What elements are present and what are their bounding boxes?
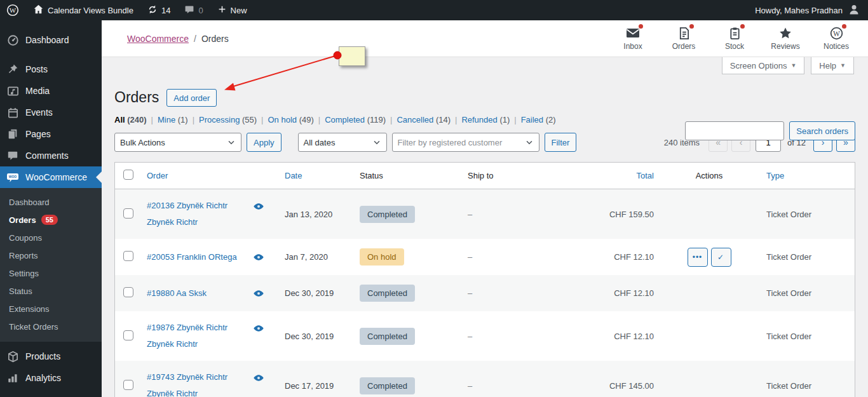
sidebar-subitem-status[interactable]: Status xyxy=(0,282,102,300)
active-menu-notch xyxy=(96,172,102,183)
activity-tab-label: Notices xyxy=(824,42,849,51)
chevron-down-icon: ▼ xyxy=(840,62,846,69)
table-row: #20136 Zbyněk RichtrZbyněk RichtrJan 13,… xyxy=(115,189,855,239)
view-filter-on-hold[interactable]: On hold (49) xyxy=(268,115,314,124)
account-menu[interactable]: Howdy, Mahes Pradhan xyxy=(755,3,868,18)
plus-icon xyxy=(217,4,227,16)
order-date: Dec 17, 2019 xyxy=(280,381,360,391)
svg-text:W: W xyxy=(10,6,17,14)
sidebar-subitem-label: Extensions xyxy=(9,304,50,314)
sidebar-subitem-label: Status xyxy=(9,286,32,296)
order-type: Ticket Order xyxy=(757,252,855,262)
sidebar-subitem-settings[interactable]: Settings xyxy=(0,264,102,282)
sidebar-item-media[interactable]: Media xyxy=(0,80,102,102)
order-cell: #19880 Aa Sksk xyxy=(142,275,280,311)
customer-filter-select[interactable]: Filter by registered customer xyxy=(392,133,539,152)
sidebar-subitem-extensions[interactable]: Extensions xyxy=(0,300,102,318)
bulk-actions-select[interactable]: Bulk Actions xyxy=(114,133,241,152)
activity-tab-notices[interactable]: WNotices xyxy=(811,26,862,51)
view-filter-refunded[interactable]: Refunded (1) xyxy=(461,115,510,124)
dashboard-icon xyxy=(6,34,19,46)
filter-button[interactable]: Filter xyxy=(545,133,577,152)
sidebar-item-label: Analytics xyxy=(25,373,61,383)
row-checkbox[interactable] xyxy=(123,251,133,261)
updates-menu[interactable]: 14 xyxy=(141,0,177,20)
search-orders-input[interactable] xyxy=(685,121,784,140)
row-checkbox[interactable] xyxy=(123,208,133,219)
order-cell: #19743 Zbyněk RichtrZbyněk Richtr xyxy=(142,361,280,397)
more-actions-button[interactable]: ••• xyxy=(688,248,708,267)
order-customer-link[interactable]: Zbyněk Richtr xyxy=(147,214,275,231)
row-checkbox[interactable] xyxy=(123,380,133,390)
sidebar-item-dashboard[interactable]: Dashboard xyxy=(0,29,102,51)
add-order-button[interactable]: Add order xyxy=(166,89,217,107)
preview-eye-icon[interactable] xyxy=(254,290,264,297)
status-badge: On hold xyxy=(360,248,404,266)
order-date: Jan 13, 2020 xyxy=(280,210,360,219)
sidebar-item-comments[interactable]: Comments xyxy=(0,145,102,166)
order-customer-link[interactable]: Zbyněk Richtr xyxy=(147,336,275,353)
orders-table: Order Date Status Ship to Total Actions … xyxy=(114,162,855,397)
ship-to-value: – xyxy=(461,252,592,262)
analytics-icon xyxy=(6,372,19,384)
column-header-total[interactable]: Total xyxy=(637,171,661,180)
view-filter-completed[interactable]: Completed (119) xyxy=(325,115,386,124)
activity-tab-reviews[interactable]: Reviews xyxy=(760,26,811,51)
view-filter-processing[interactable]: Processing (55) xyxy=(199,115,257,124)
sidebar-item-posts[interactable]: Posts xyxy=(0,58,102,80)
sidebar-item-analytics[interactable]: Analytics xyxy=(0,367,102,389)
sidebar-subitem-label: Ticket Orders xyxy=(9,322,58,332)
sidebar-subitem-ticket-orders[interactable]: Ticket Orders xyxy=(0,318,102,335)
inbox-icon xyxy=(625,26,641,40)
preview-eye-icon[interactable] xyxy=(254,374,264,382)
sidebar-item-woocommerce[interactable]: WOO WooCommerce xyxy=(0,166,102,188)
search-orders-button[interactable]: Search orders xyxy=(789,121,855,140)
view-filter-cancelled[interactable]: Cancelled (14) xyxy=(397,115,451,124)
sidebar-item-events[interactable]: Events xyxy=(0,102,102,123)
order-status-cell: Completed xyxy=(360,285,461,302)
sidebar-item-label: Media xyxy=(25,86,50,96)
sidebar-subitem-coupons[interactable]: Coupons xyxy=(0,229,102,246)
row-checkbox[interactable] xyxy=(123,330,133,340)
site-name-menu[interactable]: Calendar Views Bundle xyxy=(27,0,140,20)
sidebar-item-pages[interactable]: Pages xyxy=(0,123,102,145)
view-filter-mine[interactable]: Mine (1) xyxy=(158,115,188,124)
sidebar-subitem-orders[interactable]: Orders55 xyxy=(0,211,102,229)
order-type: Ticket Order xyxy=(757,210,855,219)
activity-tab-stock[interactable]: Stock xyxy=(709,26,760,51)
help-tab[interactable]: Help ▼ xyxy=(811,57,854,74)
sidebar-item-label: Comments xyxy=(25,151,69,161)
apply-button[interactable]: Apply xyxy=(247,133,281,152)
new-menu[interactable]: New xyxy=(211,0,254,20)
column-header-date[interactable]: Date xyxy=(280,171,360,180)
breadcrumb-woocommerce-link[interactable]: WooCommerce xyxy=(127,34,189,44)
order-cell: #19876 Zbyněk RichtrZbyněk Richtr xyxy=(142,311,280,361)
complete-action-button[interactable]: ✓ xyxy=(711,248,731,267)
preview-eye-icon[interactable] xyxy=(254,203,264,210)
date-filter-select[interactable]: All dates xyxy=(298,133,387,152)
column-header-type[interactable]: Type xyxy=(757,171,855,180)
activity-tab-orders[interactable]: Orders xyxy=(658,26,709,51)
row-checkbox[interactable] xyxy=(123,287,133,297)
order-type: Ticket Order xyxy=(757,381,855,391)
preview-eye-icon[interactable] xyxy=(254,325,264,332)
select-all-checkbox[interactable] xyxy=(123,170,133,180)
wordpress-logo-icon[interactable]: W xyxy=(0,0,25,20)
order-total: CHF 159.50 xyxy=(609,210,661,219)
comments-menu[interactable]: 0 xyxy=(178,0,209,20)
view-filter-failed[interactable]: Failed (2) xyxy=(521,115,556,124)
sidebar-subitem-label: Coupons xyxy=(9,233,42,243)
sidebar-subitem-dashboard[interactable]: Dashboard xyxy=(0,193,102,211)
view-filter-all[interactable]: All (240) xyxy=(114,115,147,124)
preview-eye-icon[interactable] xyxy=(254,253,264,261)
status-badge: Completed xyxy=(360,377,415,394)
column-header-ship-to: Ship to xyxy=(461,171,592,180)
screen-options-tab[interactable]: Screen Options ▼ xyxy=(722,57,805,74)
sidebar-item-products[interactable]: Products xyxy=(0,346,102,367)
column-header-order[interactable]: Order xyxy=(142,171,280,180)
order-customer-link[interactable]: Zbyněk Richtr xyxy=(147,386,275,397)
activity-tab-inbox[interactable]: Inbox xyxy=(607,26,658,51)
sidebar-subitem-reports[interactable]: Reports xyxy=(0,246,102,264)
sidebar-item-label: Pages xyxy=(25,129,51,139)
activity-panel: InboxOrdersStockReviewsWNotices xyxy=(607,26,868,51)
